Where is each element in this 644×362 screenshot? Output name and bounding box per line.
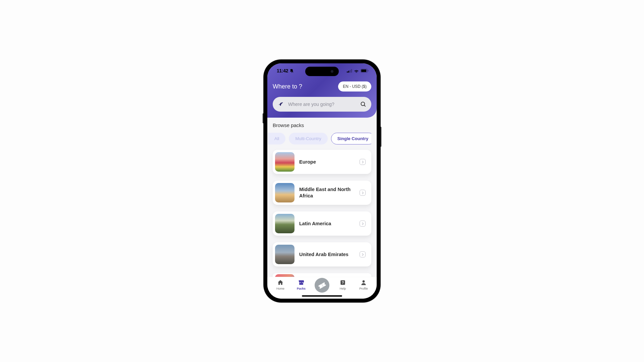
pack-thumb bbox=[275, 274, 294, 277]
svg-rect-1 bbox=[347, 71, 348, 72]
nav-label: Profile bbox=[359, 287, 368, 290]
pack-card-latam[interactable]: Latin America bbox=[273, 212, 371, 236]
cellular-icon bbox=[347, 69, 352, 73]
pack-thumb bbox=[275, 245, 294, 264]
pack-card-mena[interactable]: Middle East and North Africa bbox=[273, 181, 371, 205]
status-right bbox=[347, 69, 369, 73]
pack-thumb bbox=[275, 152, 294, 172]
pack-list: Europe Middle East and North Africa Lati… bbox=[273, 150, 371, 273]
phone-frame: 11:42 bbox=[264, 60, 380, 302]
plane-departure-icon bbox=[277, 101, 284, 108]
pack-thumb bbox=[275, 214, 294, 233]
filter-chips: All Multi-Country Single Country bbox=[268, 133, 371, 144]
pack-title: United Arab Emirates bbox=[299, 251, 355, 258]
svg-rect-6 bbox=[361, 69, 366, 72]
svg-rect-2 bbox=[348, 71, 349, 73]
search-icon[interactable] bbox=[360, 101, 367, 108]
header-top: Where to ? EN - USD ($) bbox=[273, 81, 371, 92]
profile-icon bbox=[360, 279, 367, 286]
home-icon bbox=[277, 279, 284, 286]
help-icon: ? bbox=[339, 279, 346, 286]
svg-rect-7 bbox=[368, 70, 368, 71]
locale-selector[interactable]: EN - USD ($) bbox=[338, 81, 371, 92]
search-bar[interactable] bbox=[273, 97, 371, 112]
chevron-right-icon bbox=[360, 251, 366, 257]
search-input[interactable] bbox=[288, 102, 356, 107]
pack-thumb bbox=[275, 183, 294, 202]
ticket-icon bbox=[318, 281, 326, 290]
pack-card-uae[interactable]: United Arab Emirates bbox=[273, 242, 371, 266]
chip-all[interactable]: All bbox=[268, 133, 285, 144]
status-left: 11:42 bbox=[277, 68, 294, 73]
pack-title: Europe bbox=[299, 159, 355, 165]
bell-slash-icon bbox=[289, 69, 294, 73]
bottom-nav: Home Packs ? Help bbox=[267, 277, 377, 299]
pack-title: Middle East and North Africa bbox=[299, 186, 355, 199]
pack-title: Latin America bbox=[299, 221, 355, 227]
nav-help[interactable]: ? Help bbox=[334, 279, 352, 290]
chevron-right-icon bbox=[360, 221, 366, 227]
screen: 11:42 bbox=[267, 63, 377, 299]
pack-card-europe[interactable]: Europe bbox=[273, 150, 371, 174]
section-title: Browse packs bbox=[273, 122, 371, 128]
battery-icon bbox=[361, 69, 369, 73]
pack-card-peek[interactable] bbox=[273, 273, 371, 277]
nav-center[interactable] bbox=[313, 279, 331, 293]
chevron-right-icon bbox=[360, 190, 366, 196]
svg-point-12 bbox=[363, 280, 365, 283]
wifi-icon bbox=[354, 69, 359, 73]
home-indicator[interactable] bbox=[302, 295, 342, 297]
nav-label: Home bbox=[276, 287, 284, 290]
chip-single-country[interactable]: Single Country bbox=[331, 133, 371, 144]
nav-profile[interactable]: Profile bbox=[355, 279, 373, 290]
nav-home[interactable]: Home bbox=[271, 279, 289, 290]
status-time: 11:42 bbox=[277, 68, 288, 73]
dynamic-island bbox=[305, 67, 339, 76]
store-icon bbox=[298, 279, 305, 286]
nav-label: Packs bbox=[297, 287, 306, 290]
svg-rect-3 bbox=[350, 70, 351, 72]
svg-text:?: ? bbox=[342, 281, 344, 285]
svg-rect-4 bbox=[351, 69, 352, 72]
chevron-right-icon bbox=[360, 159, 366, 165]
page-title: Where to ? bbox=[273, 83, 302, 90]
content: Browse packs All Multi-Country Single Co… bbox=[267, 118, 377, 277]
chip-multi-country[interactable]: Multi-Country bbox=[289, 133, 327, 144]
svg-line-9 bbox=[364, 105, 366, 107]
ticket-button[interactable] bbox=[315, 278, 329, 293]
nav-packs[interactable]: Packs bbox=[292, 279, 310, 290]
svg-point-8 bbox=[361, 102, 365, 106]
nav-label: Help bbox=[340, 287, 346, 290]
